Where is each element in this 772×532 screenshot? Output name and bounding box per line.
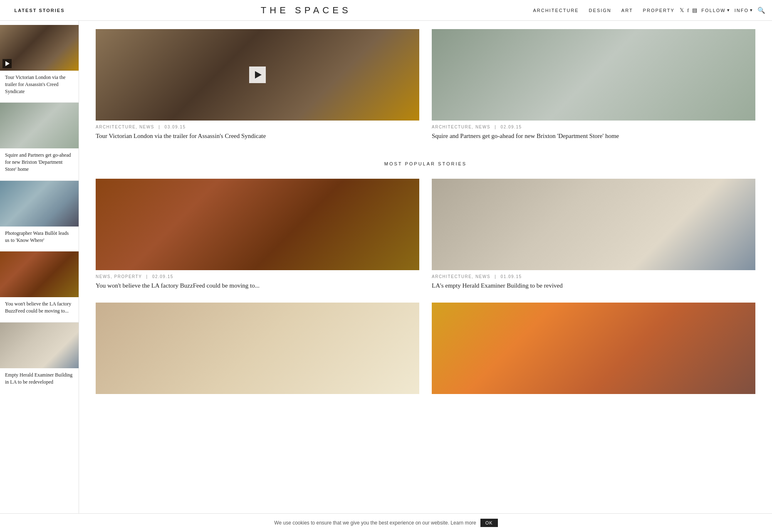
sidebar-thumb-2 [0, 103, 79, 148]
sidebar: Tour Victorian London via the trailer fo… [0, 21, 79, 532]
article-card-popular-2[interactable]: ARCHITECTURE, NEWS | 01.09.15 LA's empty… [432, 179, 755, 290]
play-triangle [5, 61, 10, 66]
header-right: 𝕏 f ▤ FOLLOW ▾ INFO ▾ 🔍 [680, 7, 765, 14]
article-title-popular-1: You won't believe the LA factory BuzzFee… [96, 281, 419, 290]
article-title-1: Tour Victorian London via the trailer fo… [96, 132, 419, 140]
sidebar-item[interactable]: Tour Victorian London via the trailer fo… [0, 25, 79, 103]
sidebar-item[interactable]: Photographer Wara Bullòt leads us to 'Kn… [0, 181, 79, 252]
article-categories-1: ARCHITECTURE, NEWS [96, 125, 154, 129]
article-card-popular-3[interactable] [96, 303, 419, 394]
article-card-latest-2[interactable]: ARCHITECTURE, NEWS | 02.09.15 Squire and… [432, 29, 755, 140]
latest-stories-grid: ARCHITECTURE, NEWS | 03.09.15 Tour Victo… [96, 29, 755, 140]
sidebar-text-3: Photographer Wara Bullòt leads us to 'Kn… [0, 227, 79, 244]
article-categories-popular-2: ARCHITECTURE, NEWS [432, 274, 490, 279]
play-overlay [249, 66, 266, 83]
most-popular-grid: NEWS, PROPERTY | 02.09.15 You won't beli… [96, 179, 755, 394]
article-image-popular-1 [96, 179, 419, 270]
article-image-popular-2 [432, 179, 755, 270]
article-card-popular-4[interactable] [432, 303, 755, 394]
article-date-1: 03.09.15 [165, 125, 186, 129]
sidebar-item[interactable]: Squire and Partners get go-ahead for new… [0, 103, 79, 180]
article-title-popular-2: LA's empty Herald Examiner Building to b… [432, 281, 755, 290]
article-date-2: 02.09.15 [501, 125, 522, 129]
sidebar-text-5: Empty Herald Examiner Building in LA to … [0, 368, 79, 386]
article-meta-popular-2: ARCHITECTURE, NEWS | 01.09.15 [432, 274, 755, 279]
main-nav: ARCHITECTURE DESIGN ART PROPERTY [533, 8, 674, 13]
meta-divider: | [158, 125, 160, 129]
sidebar-text-2: Squire and Partners get go-ahead for new… [0, 148, 79, 172]
article-categories-2: ARCHITECTURE, NEWS [432, 125, 490, 129]
site-logo[interactable]: THE SPACES [79, 5, 533, 16]
facebook-icon[interactable]: f [687, 7, 689, 14]
search-icon[interactable]: 🔍 [757, 7, 765, 14]
sidebar-thumb-3 [0, 181, 79, 227]
nav-art[interactable]: ART [621, 8, 633, 13]
page-container: Tour Victorian London via the trailer fo… [0, 21, 772, 532]
meta-divider: | [495, 274, 496, 279]
article-image-popular-3 [96, 303, 419, 394]
article-image-2 [432, 29, 755, 121]
social-icons: 𝕏 f ▤ [680, 7, 697, 14]
sidebar-thumb-4 [0, 251, 79, 297]
article-date-popular-1: 02.09.15 [152, 274, 173, 279]
article-date-popular-2: 01.09.15 [501, 274, 522, 279]
sidebar-thumb-5 [0, 323, 79, 368]
info-button[interactable]: INFO ▾ [735, 7, 753, 13]
cookie-ok-button[interactable]: OK [480, 519, 498, 527]
sidebar-text-4: You won't believe the LA factory BuzzFee… [0, 297, 79, 315]
article-meta-popular-1: NEWS, PROPERTY | 02.09.15 [96, 274, 419, 279]
twitter-icon[interactable]: 𝕏 [680, 7, 684, 14]
cookie-message: We use cookies to ensure that we give yo… [274, 520, 476, 526]
article-image-popular-4 [432, 303, 755, 394]
article-card-popular-1[interactable]: NEWS, PROPERTY | 02.09.15 You won't beli… [96, 179, 419, 290]
cookie-bar: We use cookies to ensure that we give yo… [0, 513, 772, 532]
article-categories-popular-1: NEWS, PROPERTY [96, 274, 142, 279]
meta-divider: | [146, 274, 148, 279]
nav-design[interactable]: DESIGN [589, 8, 611, 13]
article-meta-2: ARCHITECTURE, NEWS | 02.09.15 [432, 125, 755, 129]
meta-divider: | [495, 125, 496, 129]
site-header: LATEST STORIES THE SPACES ARCHITECTURE D… [0, 0, 772, 21]
follow-button[interactable]: FOLLOW ▾ [701, 7, 730, 13]
sidebar-item[interactable]: You won't believe the LA factory BuzzFee… [0, 251, 79, 323]
play-triangle-large [255, 71, 262, 79]
article-title-2: Squire and Partners get go-ahead for new… [432, 132, 755, 140]
sidebar-item[interactable]: Empty Herald Examiner Building in LA to … [0, 323, 79, 393]
nav-architecture[interactable]: ARCHITECTURE [533, 8, 579, 13]
sidebar-thumb-1 [0, 25, 79, 71]
nav-property[interactable]: PROPERTY [643, 8, 675, 13]
article-meta-1: ARCHITECTURE, NEWS | 03.09.15 [96, 125, 419, 129]
latest-stories-label: LATEST STORIES [0, 8, 79, 13]
main-content: ARCHITECTURE, NEWS | 03.09.15 Tour Victo… [79, 21, 772, 532]
most-popular-heading: MOST POPULAR STORIES [96, 161, 755, 166]
sidebar-text-1: Tour Victorian London via the trailer fo… [0, 71, 79, 95]
article-card-latest-1[interactable]: ARCHITECTURE, NEWS | 03.09.15 Tour Victo… [96, 29, 419, 140]
instagram-icon[interactable]: ▤ [692, 7, 697, 14]
article-image-1 [96, 29, 419, 121]
play-icon [2, 59, 12, 68]
